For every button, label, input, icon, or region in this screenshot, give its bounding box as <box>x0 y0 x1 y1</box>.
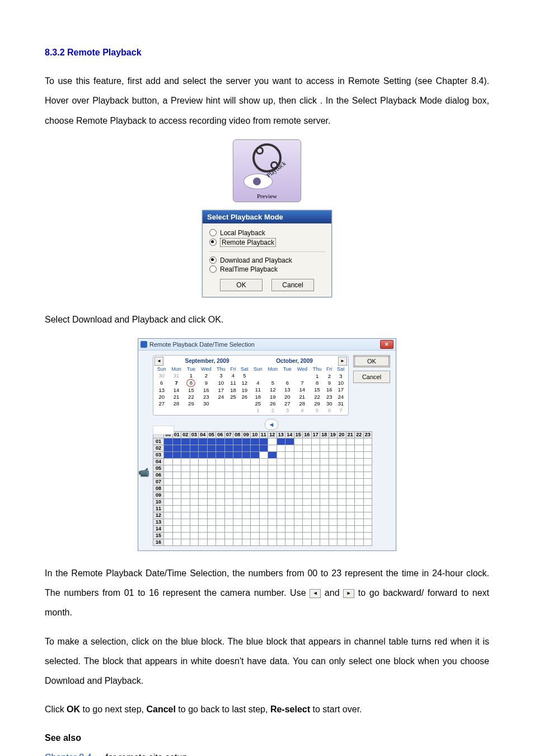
grid-cell[interactable] <box>164 505 173 512</box>
grid-cell[interactable] <box>164 498 173 505</box>
calendar-day[interactable]: 4 <box>228 372 238 379</box>
grid-cell[interactable] <box>277 458 285 465</box>
grid-cell[interactable] <box>164 519 173 525</box>
grid-cell[interactable] <box>224 472 233 478</box>
grid-cell[interactable] <box>242 465 251 472</box>
grid-cell[interactable] <box>268 445 277 451</box>
grid-cell[interactable] <box>207 485 216 492</box>
grid-cell[interactable] <box>338 512 346 519</box>
grid-cell[interactable] <box>181 472 190 478</box>
grid-cell[interactable] <box>190 519 199 525</box>
grid-cell[interactable] <box>233 505 242 512</box>
grid-cell[interactable] <box>338 465 346 472</box>
grid-cell[interactable] <box>233 512 242 519</box>
grid-cell[interactable] <box>181 492 190 498</box>
calendar-day[interactable]: 25 <box>228 394 238 400</box>
spm-ok-button[interactable]: OK <box>220 279 263 291</box>
grid-cell[interactable] <box>311 519 320 525</box>
grid-cell[interactable] <box>346 512 355 519</box>
grid-cell[interactable] <box>268 458 277 465</box>
grid-cell[interactable] <box>181 465 190 472</box>
grid-cell[interactable] <box>363 438 372 445</box>
grid-cell[interactable] <box>303 539 312 545</box>
grid-input[interactable] <box>153 426 174 435</box>
grid-cell[interactable] <box>303 458 312 465</box>
grid-cell[interactable] <box>346 525 355 532</box>
inline-next-button[interactable]: ► <box>343 589 354 598</box>
grid-cell[interactable] <box>181 525 190 532</box>
calendar-day[interactable]: 4 <box>251 379 265 386</box>
close-button[interactable]: ✕ <box>380 340 394 349</box>
grid-cell[interactable] <box>224 492 233 498</box>
grid-cell[interactable] <box>285 478 294 485</box>
grid-cell[interactable] <box>338 485 346 492</box>
grid-cell[interactable] <box>329 525 338 532</box>
grid-cell[interactable] <box>320 519 329 525</box>
grid-cell[interactable] <box>251 472 260 478</box>
calendar-day[interactable] <box>198 407 214 414</box>
grid-cell[interactable] <box>199 492 208 498</box>
grid-cell[interactable] <box>268 519 277 525</box>
grid-cell[interactable] <box>294 512 303 519</box>
grid-cell[interactable] <box>294 498 303 505</box>
grid-cell[interactable] <box>181 445 190 451</box>
grid-cell[interactable] <box>363 525 372 532</box>
grid-cell[interactable] <box>224 498 233 505</box>
grid-cell[interactable] <box>268 498 277 505</box>
grid-cell[interactable] <box>346 498 355 505</box>
grid-cell[interactable] <box>259 525 268 532</box>
calendar-day[interactable]: 9 <box>198 379 214 387</box>
grid-cell[interactable] <box>303 492 312 498</box>
grid-cell[interactable] <box>355 525 364 532</box>
grid-cell[interactable] <box>242 505 251 512</box>
calendar-day[interactable]: 29 <box>310 400 324 407</box>
grid-cell[interactable] <box>259 445 268 451</box>
grid-cell[interactable] <box>190 505 199 512</box>
grid-cell[interactable] <box>346 478 355 485</box>
calendar-day[interactable]: 30 <box>154 372 168 379</box>
grid-cell[interactable] <box>355 485 364 492</box>
calendar-day[interactable]: 5 <box>265 379 280 386</box>
grid-cell[interactable] <box>355 492 364 498</box>
grid-cell[interactable] <box>172 519 181 525</box>
grid-cell[interactable] <box>311 478 320 485</box>
grid-cell[interactable] <box>329 498 338 505</box>
grid-cell[interactable] <box>303 498 312 505</box>
channel-hour-grid[interactable]: 0001020304050607080910111213141516171819… <box>153 431 372 546</box>
calendar-day[interactable]: 22 <box>184 394 198 400</box>
grid-cell[interactable] <box>294 525 303 532</box>
calendar-day[interactable]: 26 <box>265 400 280 407</box>
calendar-day[interactable]: 3 <box>280 407 294 414</box>
grid-cell[interactable] <box>233 519 242 525</box>
grid-cell[interactable] <box>172 445 181 451</box>
grid-cell[interactable] <box>363 492 372 498</box>
grid-cell[interactable] <box>207 505 216 512</box>
grid-cell[interactable] <box>207 465 216 472</box>
grid-cell[interactable] <box>199 498 208 505</box>
grid-cell[interactable] <box>259 512 268 519</box>
grid-cell[interactable] <box>224 512 233 519</box>
grid-cell[interactable] <box>251 438 260 445</box>
grid-cell[interactable] <box>224 478 233 485</box>
grid-cell[interactable] <box>329 472 338 478</box>
grid-cell[interactable] <box>207 539 216 545</box>
grid-cell[interactable] <box>207 525 216 532</box>
grid-cell[interactable] <box>355 498 364 505</box>
grid-cell[interactable] <box>320 478 329 485</box>
grid-cell[interactable] <box>311 539 320 545</box>
grid-cell[interactable] <box>346 532 355 539</box>
calendar-next-button[interactable]: ► <box>338 357 347 366</box>
grid-cell[interactable] <box>294 465 303 472</box>
grid-cell[interactable] <box>285 505 294 512</box>
grid-cell[interactable] <box>164 465 173 472</box>
grid-cell[interactable] <box>242 492 251 498</box>
grid-cell[interactable] <box>346 472 355 478</box>
calendar-day[interactable]: 25 <box>251 400 265 407</box>
grid-cell[interactable] <box>285 458 294 465</box>
grid-cell[interactable] <box>259 472 268 478</box>
grid-cell[interactable] <box>363 532 372 539</box>
grid-cell[interactable] <box>190 532 199 539</box>
grid-cell[interactable] <box>355 472 364 478</box>
grid-cell[interactable] <box>320 539 329 545</box>
grid-cell[interactable] <box>164 458 173 465</box>
